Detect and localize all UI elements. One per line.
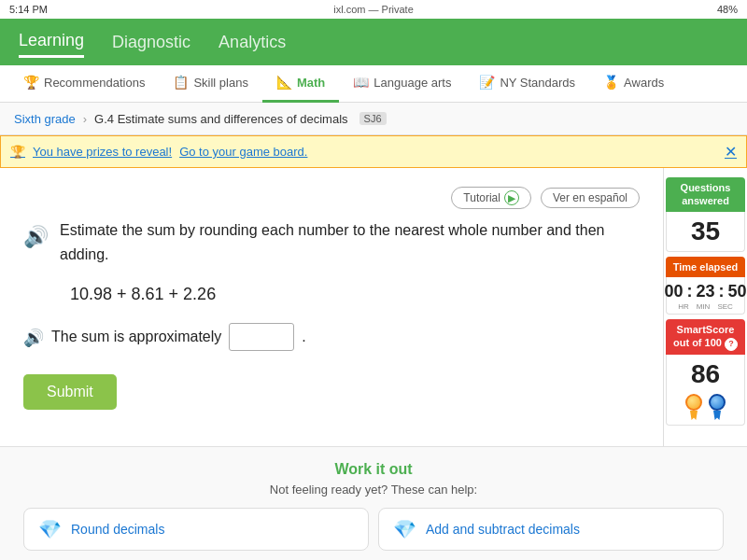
nav-item-diagnostic[interactable]: Diagnostic	[112, 28, 190, 57]
prize-text: You have prizes to reveal!	[33, 145, 172, 159]
tab-recommendations[interactable]: 🏆 Recommendations	[9, 65, 159, 103]
sidebar: Questions answered 35 Time elapsed 00 : …	[663, 168, 747, 446]
recommendations-icon: 🏆	[23, 75, 39, 90]
submit-button[interactable]: Submit	[23, 374, 117, 410]
time-elapsed-card: Time elapsed 00 : 23 : 50 HR MIN SEC	[666, 257, 745, 315]
time-elapsed-header: Time elapsed	[666, 257, 745, 277]
help-card-round-decimals[interactable]: 💎 Round decimals	[23, 508, 369, 551]
breadcrumb-badge: SJ6	[359, 112, 387, 125]
question-area: Tutorial ▶ Ver en español 🔊 Estimate the…	[0, 168, 663, 446]
equation: 10.98 + 8.61 + 2.26	[70, 285, 640, 304]
questions-answered-card: Questions answered 35	[666, 177, 745, 252]
awards-icon: 🏅	[603, 75, 619, 90]
answer-row: 🔊 The sum is approximately .	[23, 323, 640, 351]
time-display: 00 : 23 : 50	[667, 282, 744, 301]
ny-standards-icon: 📝	[479, 75, 495, 90]
not-ready-text: Not feeling ready yet? These can help:	[23, 483, 724, 497]
translate-button[interactable]: Ver en español	[541, 188, 640, 208]
tab-language-arts[interactable]: 📖 Language arts	[339, 65, 465, 103]
speaker-icon[interactable]: 🔊	[23, 220, 49, 253]
questions-answered-header: Questions answered	[666, 177, 745, 212]
medal-gold-circle	[685, 394, 702, 411]
medal-blue-ribbon	[713, 411, 721, 420]
prize-banner: 🏆 You have prizes to reveal! Go to your …	[0, 135, 747, 168]
breadcrumb-chevron-icon: ›	[83, 112, 87, 126]
tutorial-button[interactable]: Tutorial ▶	[451, 187, 531, 209]
smartscore-card: SmartScore out of 100 ? 86	[666, 319, 745, 426]
instruction-text: Estimate the sum by rounding each number…	[60, 218, 640, 266]
language-arts-icon: 📖	[353, 75, 369, 90]
nav-item-learning[interactable]: Learning	[19, 26, 84, 58]
medal-gold	[684, 394, 703, 420]
tabs-bar: 🏆 Recommendations 📋 Skill plans 📐 Math 📖…	[0, 65, 747, 103]
breadcrumb: Sixth grade › G.4 Estimate sums and diff…	[14, 112, 387, 126]
skill-plans-icon: 📋	[173, 75, 189, 90]
help-cards: 💎 Round decimals 💎 Add and subtract deci…	[23, 508, 724, 551]
help-card-round-icon: 💎	[38, 518, 62, 540]
math-icon: 📐	[276, 75, 292, 90]
medals	[667, 394, 744, 420]
tab-ny-standards[interactable]: 📝 NY Standards	[465, 65, 589, 103]
time-minutes: 23	[696, 282, 714, 301]
smartscore-info-icon[interactable]: ?	[725, 338, 738, 351]
breadcrumb-bar: Sixth grade › G.4 Estimate sums and diff…	[0, 103, 747, 135]
tab-math[interactable]: 📐 Math	[262, 65, 339, 103]
breadcrumb-current: G.4 Estimate sums and differences of dec…	[94, 112, 347, 126]
medal-blue-circle	[709, 394, 726, 411]
medal-gold-ribbon	[690, 411, 698, 420]
tutorial-info-icon[interactable]: ▶	[504, 190, 519, 205]
help-card-add-label: Add and subtract decimals	[426, 522, 580, 537]
time-seconds: 50	[728, 282, 747, 301]
tab-skill-plans[interactable]: 📋 Skill plans	[159, 65, 262, 103]
help-card-add-icon: 💎	[393, 518, 416, 540]
status-bar: 5:14 PM ixl.com — Private 48%	[0, 0, 747, 19]
time-hours: 00	[664, 282, 683, 301]
medal-blue	[708, 394, 726, 420]
prize-icon: 🏆	[10, 145, 25, 159]
prize-close-icon[interactable]: ✕	[725, 143, 737, 161]
answer-prompt: The sum is approximately	[51, 329, 221, 345]
answer-input[interactable]	[229, 323, 294, 351]
help-card-add-subtract-decimals[interactable]: 💎 Add and subtract decimals	[378, 508, 724, 551]
content-row: Tutorial ▶ Ver en español 🔊 Estimate the…	[0, 168, 747, 446]
bottom-section: Work it out Not feeling ready yet? These…	[0, 446, 747, 560]
smartscore-body: 86	[666, 355, 745, 426]
status-time: 5:14 PM	[9, 4, 48, 15]
status-url: ixl.com — Private	[333, 4, 414, 15]
time-body: 00 : 23 : 50 HR MIN SEC	[666, 277, 745, 315]
help-card-round-label: Round decimals	[71, 522, 164, 537]
status-battery: 48%	[717, 4, 738, 15]
breadcrumb-parent[interactable]: Sixth grade	[14, 112, 76, 126]
smartscore-value: 86	[667, 359, 744, 389]
tutorial-row: Tutorial ▶ Ver en español	[23, 187, 640, 209]
main-wrapper: Tutorial ▶ Ver en español 🔊 Estimate the…	[0, 168, 747, 560]
question-text: 🔊 Estimate the sum by rounding each numb…	[23, 218, 640, 266]
time-labels: HR MIN SEC	[667, 302, 744, 311]
nav-bar: Learning Diagnostic Analytics	[0, 19, 747, 65]
prize-link[interactable]: Go to your game board.	[179, 145, 307, 159]
tab-awards[interactable]: 🏅 Awards	[589, 65, 678, 103]
answer-suffix: .	[302, 329, 305, 345]
answer-speaker-icon[interactable]: 🔊	[23, 328, 44, 348]
questions-answered-value: 35	[666, 212, 745, 252]
smartscore-header: SmartScore out of 100 ?	[666, 319, 745, 355]
nav-item-analytics[interactable]: Analytics	[218, 28, 286, 57]
work-it-out-title: Work it out	[23, 461, 724, 478]
